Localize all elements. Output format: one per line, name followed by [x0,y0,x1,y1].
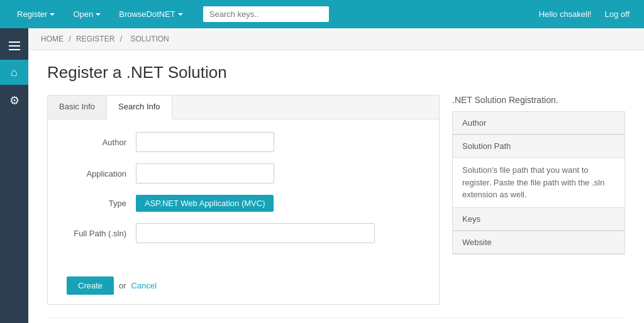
footer: © 2015 - Chsakell's blog [47,317,625,323]
sidebar-home-icon[interactable]: ⌂ [0,60,28,85]
logout-link[interactable]: Log off [599,9,635,19]
type-button[interactable]: ASP.NET Web Application (MVC) [136,195,274,212]
navbar-right: Hello chsakell! Log off [534,9,635,19]
full-path-input[interactable] [136,223,375,243]
nav-open[interactable]: Open [65,0,108,28]
nav-register[interactable]: Register [9,0,62,28]
tabs: Basic Info Search Info [48,96,439,119]
form-panel: Basic Info Search Info Author [47,95,440,305]
breadcrumb-home[interactable]: HOME [41,35,64,43]
full-path-label: Full Path (.sln) [67,229,136,238]
hamburger-icon [9,41,20,50]
form-body: Author Application Type ASP.NET Web Appl… [48,119,439,267]
browsedotnet-caret-icon [178,13,183,16]
tab-search-info[interactable]: Search Info [107,96,172,119]
info-body-solution-path: Solution's file path that you want to re… [453,158,625,207]
sidebar-settings-icon[interactable]: ⚙ [0,88,28,113]
create-button[interactable]: Create [67,276,114,295]
search-input[interactable] [203,6,329,22]
breadcrumb-register[interactable]: REGISTER [76,35,114,43]
info-header-website: Website [453,231,625,254]
author-group: Author [67,132,420,152]
navbar-left: Register Open BrowseDotNET [9,0,338,28]
or-text: or [119,281,126,290]
info-section-author: Author [452,111,625,135]
tab-basic-info[interactable]: Basic Info [48,96,107,119]
author-input[interactable] [136,132,274,152]
info-header-author: Author [453,112,625,134]
breadcrumb-current: SOLUTION [130,35,169,43]
application-input[interactable] [136,163,274,183]
info-title: .NET Solution Registration. [452,95,625,105]
sidebar: ⌂ ⚙ [0,28,28,323]
cancel-link[interactable]: Cancel [131,281,157,290]
form-actions: Create or Cancel [48,267,439,304]
application-group: Application [67,163,420,183]
breadcrumb: HOME / REGISTER / SOLUTION [28,28,644,50]
info-section-keys: Keys [452,207,625,231]
layout: ⌂ ⚙ HOME / REGISTER / SOLUTION Register … [0,28,644,323]
info-section-solution-path: Solution Path Solution's file path that … [452,134,625,208]
navbar: Register Open BrowseDotNET Hello chsakel… [0,0,644,28]
type-group: Type ASP.NET Web Application (MVC) [67,195,420,212]
application-label: Application [67,169,136,178]
register-caret-icon [50,13,55,16]
search-box [203,6,329,22]
content-row: Basic Info Search Info Author [47,95,625,305]
open-caret-icon [96,13,101,16]
info-panel: .NET Solution Registration. Author Solut… [452,95,625,305]
info-header-solution-path: Solution Path [453,135,625,158]
nav-browsedotnet[interactable]: BrowseDotNET [111,0,191,28]
info-header-keys: Keys [453,208,625,231]
full-path-group: Full Path (.sln) [67,223,420,243]
breadcrumb-sep1: / [69,35,70,43]
sidebar-toggle[interactable] [0,35,28,57]
user-greeting: Hello chsakell! [534,9,597,19]
main-content: HOME / REGISTER / SOLUTION Register a .N… [28,28,644,323]
author-label: Author [67,138,136,147]
page-title: Register a .NET Solution [47,63,625,82]
type-label: Type [67,199,136,208]
info-section-website: Website [452,231,625,255]
page-body: Register a .NET Solution Basic Info Sear… [28,50,644,323]
breadcrumb-sep2: / [120,35,122,43]
